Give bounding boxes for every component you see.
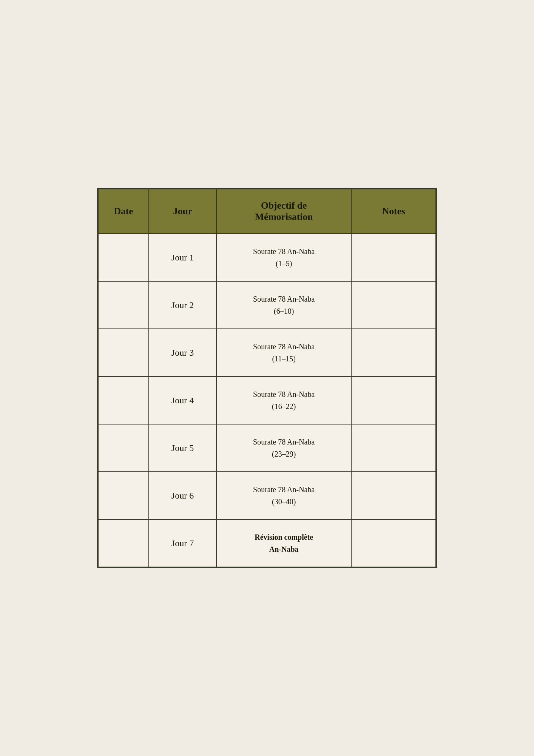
cell-notes — [351, 424, 436, 472]
cell-notes — [351, 281, 436, 329]
cell-objectif: Sourate 78 An-Naba(23–29) — [216, 424, 352, 472]
cell-notes — [351, 376, 436, 424]
cell-notes — [351, 329, 436, 376]
cell-date — [98, 329, 149, 376]
table-row: Jour 6Sourate 78 An-Naba(30–40) — [98, 472, 436, 519]
cell-jour: Jour 6 — [149, 472, 216, 519]
header-notes: Notes — [351, 189, 436, 234]
cell-date — [98, 234, 149, 281]
table-row: Jour 7Révision complèteAn-Naba — [98, 519, 436, 567]
cell-notes — [351, 472, 436, 519]
header-objectif: Objectif deMémorisation — [216, 189, 352, 234]
header-date: Date — [98, 189, 149, 234]
cell-jour: Jour 4 — [149, 376, 216, 424]
header-jour: Jour — [149, 189, 216, 234]
table-row: Jour 4Sourate 78 An-Naba(16–22) — [98, 376, 436, 424]
cell-objectif: Révision complèteAn-Naba — [216, 519, 352, 567]
cell-notes — [351, 234, 436, 281]
cell-objectif: Sourate 78 An-Naba(16–22) — [216, 376, 352, 424]
header-row: Date Jour Objectif deMémorisation Notes — [98, 189, 436, 234]
cell-date — [98, 519, 149, 567]
table-row: Jour 5Sourate 78 An-Naba(23–29) — [98, 424, 436, 472]
memorisation-table: Date Jour Objectif deMémorisation Notes … — [98, 189, 436, 567]
table-row: Jour 3Sourate 78 An-Naba(11–15) — [98, 329, 436, 376]
cell-jour: Jour 5 — [149, 424, 216, 472]
cell-jour: Jour 1 — [149, 234, 216, 281]
table-row: Jour 2Sourate 78 An-Naba(6–10) — [98, 281, 436, 329]
cell-date — [98, 376, 149, 424]
cell-jour: Jour 2 — [149, 281, 216, 329]
cell-date — [98, 281, 149, 329]
cell-objectif: Sourate 78 An-Naba(11–15) — [216, 329, 352, 376]
table-row: Jour 1Sourate 78 An-Naba(1–5) — [98, 234, 436, 281]
cell-jour: Jour 3 — [149, 329, 216, 376]
main-table-container: Date Jour Objectif deMémorisation Notes … — [97, 188, 437, 568]
cell-date — [98, 424, 149, 472]
cell-objectif: Sourate 78 An-Naba(6–10) — [216, 281, 352, 329]
cell-objectif: Sourate 78 An-Naba(30–40) — [216, 472, 352, 519]
cell-date — [98, 472, 149, 519]
cell-notes — [351, 519, 436, 567]
cell-objectif: Sourate 78 An-Naba(1–5) — [216, 234, 352, 281]
cell-jour: Jour 7 — [149, 519, 216, 567]
